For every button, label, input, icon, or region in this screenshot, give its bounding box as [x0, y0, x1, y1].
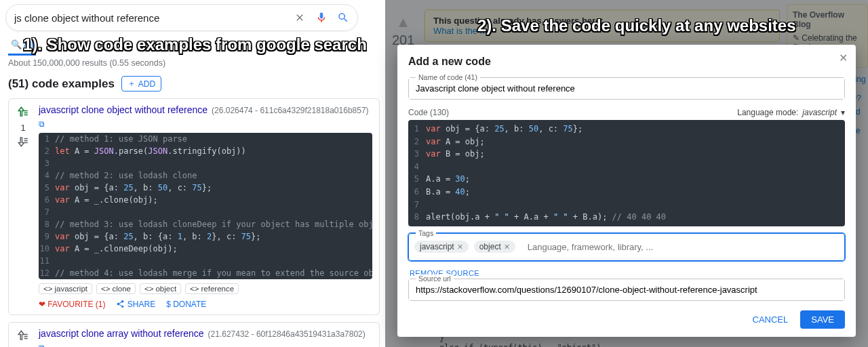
donate-button[interactable]: $ DONATE: [166, 300, 206, 309]
tag-chip[interactable]: <>clone: [96, 283, 136, 294]
code-label: Code (130): [408, 108, 449, 117]
google-search-panel: 🔍 All About 150,000,000 results (0.55 se…: [0, 0, 385, 347]
upvote-button[interactable]: [13, 329, 33, 344]
search-input[interactable]: [14, 12, 294, 24]
tag-row: <>javascript<>clone<>object<>reference: [39, 283, 372, 294]
mic-icon[interactable]: [315, 12, 328, 24]
tag-chip[interactable]: javascript ✕: [414, 241, 469, 253]
share-button[interactable]: SHARE: [116, 300, 155, 309]
tag-icon: <>: [190, 285, 199, 293]
cancel-button[interactable]: CANCEL: [753, 314, 789, 325]
code-title-link[interactable]: javascript clone object without referenc…: [39, 104, 208, 115]
tag-icon: <>: [101, 285, 110, 293]
remove-tag-icon[interactable]: ✕: [504, 243, 510, 251]
save-button[interactable]: SAVE: [800, 310, 845, 329]
code-examples-heading: (51) code examples: [8, 77, 115, 91]
search-bar[interactable]: [5, 4, 358, 31]
code-card: 1 javascript clone object without refere…: [8, 98, 380, 315]
code-editor[interactable]: 1var obj = {a: 25, b: 50, c: 75};2var A …: [408, 120, 845, 226]
external-link-icon[interactable]: ⧉: [39, 343, 45, 347]
stackoverflow-panel: ▲ 201 This question already has answers …: [385, 0, 868, 347]
clear-icon[interactable]: [294, 12, 306, 24]
downvote-button[interactable]: [13, 136, 33, 150]
tag-chip[interactable]: <>object: [140, 283, 181, 294]
tag-chip[interactable]: <>reference: [185, 283, 239, 294]
tag-chip[interactable]: <>javascript: [39, 283, 92, 294]
chevron-down-icon: ▾: [841, 108, 845, 117]
plus-icon: ＋: [127, 78, 136, 89]
results-stats: About 150,000,000 results (0.55 seconds): [8, 58, 385, 68]
source-url-field[interactable]: Source url: [408, 279, 845, 301]
search-icon[interactable]: [337, 12, 349, 24]
code-meta: (21.627432 - 60f12846a43519431a3a7802): [208, 329, 366, 339]
tag-chip[interactable]: object ✕: [474, 241, 515, 253]
tag-chip-row: javascript ✕object ✕: [409, 234, 844, 260]
language-mode-select[interactable]: Language mode: javascript ▾: [737, 108, 845, 117]
name-label: Name of code (41): [416, 73, 480, 81]
code-block: 1// method 1: use JSON parse2let A = JSO…: [39, 133, 372, 279]
modal-title: Add a new code: [408, 56, 845, 68]
upvote-button[interactable]: [13, 106, 33, 120]
source-url-label: Source url: [416, 274, 454, 283]
tag-icon: <>: [144, 285, 153, 293]
vote-count: 1: [13, 123, 33, 133]
favourite-button[interactable]: ❤ FAVOURITE (1): [39, 300, 105, 309]
name-field[interactable]: Name of code (41): [408, 77, 845, 100]
add-code-modal: ✕ Add a new code Name of code (41) Code …: [397, 45, 856, 337]
tags-field[interactable]: Tags javascript ✕object ✕: [408, 233, 845, 261]
source-url-input[interactable]: [409, 279, 844, 300]
tags-label: Tags: [416, 229, 436, 237]
tag-icon: <>: [43, 285, 52, 293]
tab-all[interactable]: 🔍 All: [8, 35, 36, 56]
external-link-icon[interactable]: ⧉: [39, 119, 45, 129]
code-card: 0 javascript clone array without referen…: [8, 322, 380, 347]
tags-input[interactable]: [521, 237, 839, 258]
remove-tag-icon[interactable]: ✕: [457, 243, 463, 251]
add-code-button[interactable]: ＋ADD: [121, 76, 161, 91]
close-icon[interactable]: ✕: [839, 52, 848, 64]
remove-source-button[interactable]: REMOVE SOURCE: [410, 269, 845, 277]
code-meta: (26.026474 - 611c6a4329f21818a016b857): [212, 106, 369, 115]
code-title-link[interactable]: javascript clone array without reference: [39, 328, 204, 339]
